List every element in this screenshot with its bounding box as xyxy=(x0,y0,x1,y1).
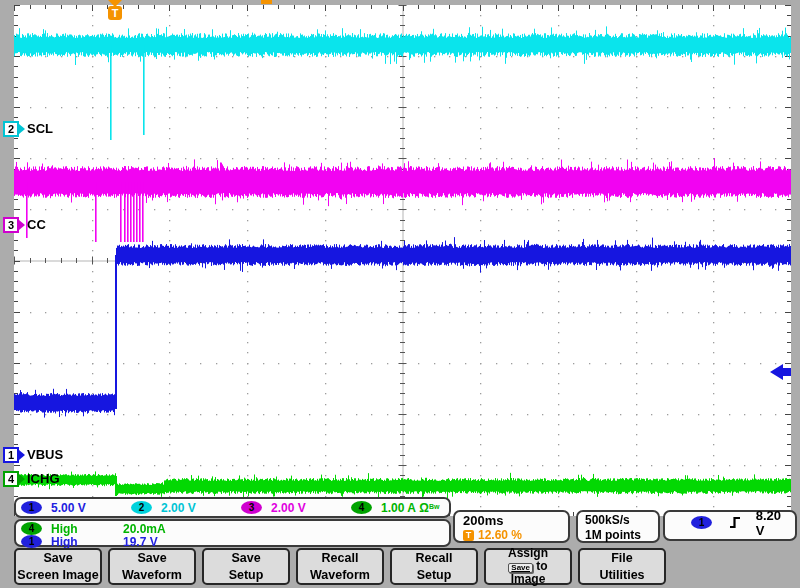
ch4-scale-value: 1.00 A ΩBw xyxy=(381,501,439,515)
trigger-level-arrow-tail xyxy=(783,368,791,376)
measurement-value: 20.0mA xyxy=(123,522,166,536)
channel2-label: SCL xyxy=(27,121,53,136)
bandwidth-limit-indicator: Bw xyxy=(429,503,440,510)
channel1-label: VBUS xyxy=(27,447,63,462)
sample-rate-value: 500kS/s xyxy=(585,513,658,528)
channel1-badge: 1 xyxy=(3,447,19,463)
measurement-name: High xyxy=(51,535,123,549)
channel1-marker-arrow-icon xyxy=(19,450,25,460)
channel3-label: CC xyxy=(27,217,46,232)
ch3-scale-value: 2.00 V xyxy=(271,501,306,515)
ch3-scale-readout[interactable]: 3 2.00 V xyxy=(241,501,351,515)
channel4-marker-arrow-icon xyxy=(19,474,25,484)
trigger-level-arrow-icon xyxy=(770,364,783,380)
ch4-badge-icon: 4 xyxy=(351,501,372,514)
trigger-level-marker[interactable] xyxy=(770,364,791,380)
channel3-marker-arrow-icon xyxy=(19,220,25,230)
measurement-value: 19.7 V xyxy=(123,535,158,549)
measurement-row-ch1: 1 High 19.7 V xyxy=(21,535,449,548)
rising-edge-icon xyxy=(728,515,740,530)
horizontal-scale-value: 200ms xyxy=(463,513,568,528)
trigger-readout: 1 8.20 V xyxy=(663,510,797,541)
horizontal-readout: 200ms T 12.60 % xyxy=(453,510,570,543)
channel4-badge: 4 xyxy=(3,471,19,487)
recall-waveform-button[interactable]: Recall Waveform xyxy=(296,548,384,585)
record-length-value: 1M points xyxy=(585,528,658,543)
assign-save-to-image-button[interactable]: Assign Save to Image xyxy=(484,548,572,585)
channel-scales-readout: 1 5.00 V 2 2.00 V 3 2.00 V 4 1.00 A ΩBw xyxy=(14,497,451,518)
measurement-row-ch4: 4 High 20.0mA xyxy=(21,522,449,535)
channel2-badge: 2 xyxy=(3,121,19,137)
channel3-badge: 3 xyxy=(3,217,19,233)
recall-setup-button[interactable]: Recall Setup xyxy=(390,548,478,585)
trigger-position-readout: T 12.60 % xyxy=(463,528,568,542)
ch1-scale-readout[interactable]: 1 5.00 V xyxy=(21,501,131,515)
ch2-badge-icon: 2 xyxy=(131,501,152,514)
ch1-badge-icon: 1 xyxy=(21,535,42,548)
ch3-badge-icon: 3 xyxy=(241,501,262,514)
save-screen-image-button[interactable]: Save Screen Image xyxy=(14,548,102,585)
ch4-badge-icon: 4 xyxy=(21,522,42,535)
waveform-canvas xyxy=(14,5,791,516)
channel2-marker-arrow-icon xyxy=(19,124,25,134)
ch1-badge-icon: 1 xyxy=(21,501,42,514)
bottom-menu: Save Screen Image Save Waveform Save Set… xyxy=(14,548,666,585)
channel1-ground-marker[interactable]: 1 VBUS xyxy=(3,446,63,463)
ch2-scale-readout[interactable]: 2 2.00 V xyxy=(131,501,241,515)
trigger-t-icon: T xyxy=(463,530,474,541)
oscilloscope-screen: T 2 SCL 3 CC 1 VBUS 4 ICHG 1 5.00 V 2 2.… xyxy=(0,0,800,588)
trigger-source-badge: 1 xyxy=(691,516,712,529)
ch2-scale-value: 2.00 V xyxy=(161,501,196,515)
waveform-display-area xyxy=(14,5,791,516)
trigger-position-marker[interactable]: T xyxy=(108,0,122,7)
ohm-symbol: Ω xyxy=(419,501,429,515)
file-utilities-button[interactable]: File Utilities xyxy=(578,548,666,585)
save-setup-button[interactable]: Save Setup xyxy=(202,548,290,585)
trigger-level-value: 8.20 V xyxy=(756,508,787,538)
ch4-scale-readout[interactable]: 4 1.00 A ΩBw xyxy=(351,501,439,515)
trigger-position-value: 12.60 % xyxy=(478,528,522,542)
channel4-ground-marker[interactable]: 4 ICHG xyxy=(3,470,60,487)
save-waveform-button[interactable]: Save Waveform xyxy=(108,548,196,585)
acquisition-readout: 500kS/s 1M points xyxy=(576,510,660,543)
trigger-t-icon: T xyxy=(108,6,122,20)
channel3-ground-marker[interactable]: 3 CC xyxy=(3,216,46,233)
ch1-scale-value: 5.00 V xyxy=(51,501,86,515)
measurements-readout: 4 High 20.0mA 1 High 19.7 V xyxy=(14,519,451,547)
expansion-point-marker xyxy=(261,0,272,4)
channel4-label: ICHG xyxy=(27,471,60,486)
channel2-ground-marker[interactable]: 2 SCL xyxy=(3,120,53,137)
measurement-name: High xyxy=(51,522,123,536)
